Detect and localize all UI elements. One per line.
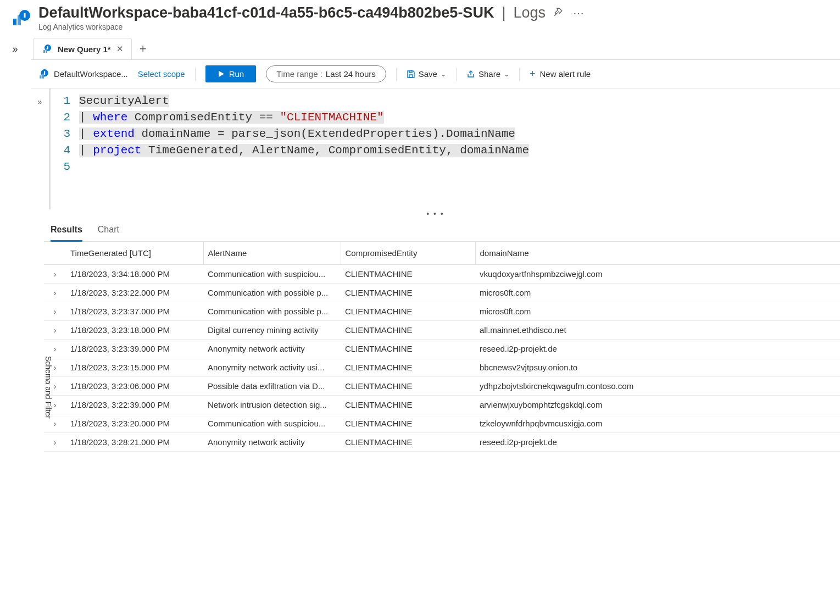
table-row[interactable]: ›1/18/2023, 3:34:18.000 PMCommunication … <box>44 265 840 284</box>
cell-dn: bbcnewsv2vjtpsuy.onion.to <box>475 358 840 377</box>
expand-rail-icon[interactable]: » <box>10 41 20 57</box>
code-line: 1SecurityAlert <box>51 93 840 109</box>
cell-alert: Communication with possible p... <box>203 284 341 302</box>
schema-sidebar-collapsed: » <box>31 88 51 209</box>
line-number: 2 <box>51 109 79 126</box>
table-row[interactable]: ›1/18/2023, 3:23:15.000 PMAnonymity netw… <box>44 358 840 377</box>
chevron-down-icon: ⌄ <box>504 70 509 78</box>
cell-dn: micros0ft.com <box>475 302 840 321</box>
cell-dn: reseed.i2p-projekt.de <box>475 433 840 452</box>
page-header: DefaultWorkspace-baba41cf-c01d-4a55-b6c5… <box>0 0 840 37</box>
time-range-value: Last 24 hours <box>326 69 376 79</box>
cell-time: 1/18/2023, 3:22:39.000 PM <box>66 396 203 414</box>
svg-rect-7 <box>46 48 47 53</box>
select-scope-link[interactable]: Select scope <box>138 69 185 79</box>
table-row[interactable]: ›1/18/2023, 3:22:39.000 PMNetwork intrus… <box>44 396 840 414</box>
svg-rect-0 <box>13 19 16 25</box>
expand-row-icon[interactable]: › <box>44 302 66 321</box>
cell-dn: arvienwjxuybomphtzfcgskdql.com <box>475 396 840 414</box>
new-alert-button[interactable]: + New alert rule <box>530 68 591 80</box>
share-label: Share <box>479 69 500 79</box>
expand-row-icon[interactable]: › <box>44 265 66 284</box>
toolbar-separator <box>195 68 196 81</box>
query-tab-active[interactable]: New Query 1* ✕ <box>33 38 132 59</box>
cell-alert: Possible data exfiltration via D... <box>203 377 341 396</box>
table-row[interactable]: ›1/18/2023, 3:23:20.000 PMCommunication … <box>44 414 840 433</box>
cell-alert: Communication with suspiciou... <box>203 265 341 284</box>
toolbar-separator <box>456 68 457 81</box>
query-editor[interactable]: 1SecurityAlert2| where CompromisedEntity… <box>51 88 840 209</box>
close-tab-icon[interactable]: ✕ <box>116 44 124 54</box>
svg-rect-10 <box>40 75 41 79</box>
page-subtitle: Log Analytics workspace <box>38 23 829 31</box>
cell-alert: Anonymity network activity usi... <box>203 358 341 377</box>
share-button[interactable]: Share ⌄ <box>466 69 509 79</box>
column-header-alertname[interactable]: AlertName <box>203 242 341 265</box>
workspace-scope-icon <box>38 69 49 80</box>
scope-name: DefaultWorkspace... <box>54 69 128 79</box>
cell-time: 1/18/2023, 3:28:21.000 PM <box>66 433 203 452</box>
page-title: DefaultWorkspace-baba41cf-c01d-4a55-b6c5… <box>38 4 494 21</box>
svg-rect-5 <box>47 46 48 49</box>
column-header-compromisedentity[interactable]: CompromisedEntity <box>341 242 475 265</box>
expand-column-header <box>44 242 66 265</box>
cell-ce: CLIENTMACHINE <box>341 396 475 414</box>
tab-results[interactable]: Results <box>51 225 82 242</box>
svg-rect-3 <box>24 13 26 18</box>
query-toolbar: DefaultWorkspace... Select scope Run Tim… <box>31 59 840 88</box>
cell-dn: ydhpzbojvtslxircnekqwagufm.contoso.com <box>475 377 840 396</box>
cell-time: 1/18/2023, 3:23:15.000 PM <box>66 358 203 377</box>
svg-rect-12 <box>409 75 413 77</box>
cell-time: 1/18/2023, 3:34:18.000 PM <box>66 265 203 284</box>
workspace-tab-icon <box>42 44 52 54</box>
title-separator: | <box>502 4 505 21</box>
cell-time: 1/18/2023, 3:23:18.000 PM <box>66 321 203 340</box>
table-row[interactable]: ›1/18/2023, 3:23:37.000 PMCommunication … <box>44 302 840 321</box>
table-row[interactable]: ›1/18/2023, 3:23:22.000 PMCommunication … <box>44 284 840 302</box>
cell-ce: CLIENTMACHINE <box>341 265 475 284</box>
play-icon <box>218 70 225 77</box>
results-tabs: Results Chart <box>44 219 840 242</box>
table-row[interactable]: ›1/18/2023, 3:23:18.000 PMDigital curren… <box>44 321 840 340</box>
expand-row-icon[interactable]: › <box>44 433 66 452</box>
table-row[interactable]: ›1/18/2023, 3:23:39.000 PMAnonymity netw… <box>44 340 840 358</box>
code-line: 5 <box>51 159 840 175</box>
cell-alert: Communication with possible p... <box>203 302 341 321</box>
cell-dn: all.mainnet.ethdisco.net <box>475 321 840 340</box>
results-pane: Results Chart TimeGenerated [UTC] AlertN… <box>31 219 840 452</box>
new-tab-button[interactable]: + <box>132 38 154 59</box>
table-row[interactable]: ›1/18/2023, 3:23:06.000 PMPossible data … <box>44 377 840 396</box>
run-label: Run <box>229 69 244 79</box>
save-button[interactable]: Save ⌄ <box>407 69 446 79</box>
toolbar-separator <box>519 68 520 81</box>
column-header-domainname[interactable]: domainName <box>475 242 840 265</box>
expand-row-icon[interactable]: › <box>44 321 66 340</box>
new-alert-label: New alert rule <box>540 69 591 79</box>
time-range-picker[interactable]: Time range : Last 24 hours <box>266 65 386 82</box>
run-button[interactable]: Run <box>205 65 257 82</box>
cell-ce: CLIENTMACHINE <box>341 302 475 321</box>
expand-schema-icon[interactable]: » <box>38 97 42 106</box>
table-row[interactable]: ›1/18/2023, 3:28:21.000 PMAnonymity netw… <box>44 433 840 452</box>
expand-row-icon[interactable]: › <box>44 284 66 302</box>
workspace-icon <box>11 8 31 27</box>
cell-dn: vkuqdoxyartfnhspmbzciwejgl.com <box>475 265 840 284</box>
save-icon <box>407 70 415 79</box>
svg-rect-13 <box>409 71 412 73</box>
pin-icon[interactable] <box>553 7 563 19</box>
cell-ce: CLIENTMACHINE <box>341 340 475 358</box>
svg-rect-6 <box>43 50 45 53</box>
cell-time: 1/18/2023, 3:23:20.000 PM <box>66 414 203 433</box>
cell-dn: tzkeloywnfdrhpqbvmcusxigja.com <box>475 414 840 433</box>
column-header-time[interactable]: TimeGenerated [UTC] <box>66 242 203 265</box>
cell-time: 1/18/2023, 3:23:37.000 PM <box>66 302 203 321</box>
cell-time: 1/18/2023, 3:23:06.000 PM <box>66 377 203 396</box>
save-label: Save <box>419 69 437 79</box>
more-icon[interactable]: ⋯ <box>573 7 584 20</box>
schema-filter-label[interactable]: Schema and Filter <box>44 352 53 423</box>
tab-chart[interactable]: Chart <box>98 225 119 241</box>
cell-alert: Digital currency mining activity <box>203 321 341 340</box>
line-number: 5 <box>51 159 79 175</box>
scope-picker[interactable]: DefaultWorkspace... <box>38 69 128 80</box>
pane-splitter[interactable]: • • • <box>31 209 840 219</box>
